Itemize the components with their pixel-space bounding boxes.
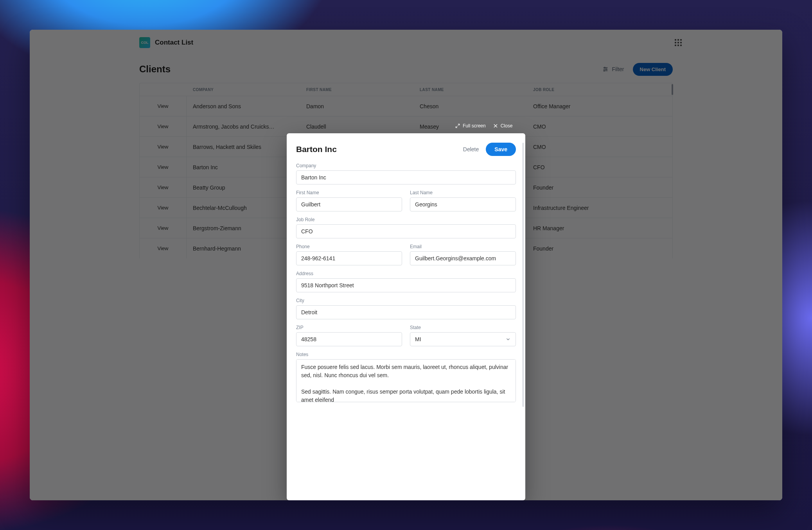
company-input[interactable] — [296, 170, 516, 184]
state-select[interactable]: MI — [410, 332, 516, 346]
address-label: Address — [296, 271, 516, 276]
fullscreen-label: Full screen — [463, 123, 486, 129]
last-name-input[interactable] — [410, 197, 516, 211]
fullscreen-button[interactable]: Full screen — [455, 123, 486, 129]
notes-textarea[interactable] — [296, 359, 516, 402]
address-input[interactable] — [296, 278, 516, 292]
state-value: MI — [415, 336, 421, 342]
notes-label: Notes — [296, 352, 516, 357]
last-name-label: Last Name — [410, 190, 516, 195]
zip-input[interactable] — [296, 332, 402, 346]
close-button[interactable]: Close — [493, 123, 513, 129]
edit-client-modal: Barton Inc Delete Save Company First Nam… — [287, 133, 525, 500]
save-button[interactable]: Save — [486, 143, 516, 156]
email-input[interactable] — [410, 251, 516, 265]
modal-title: Barton Inc — [296, 145, 337, 154]
phone-input[interactable] — [296, 251, 402, 265]
zip-label: ZIP — [296, 325, 402, 330]
modal-header: Barton Inc Delete Save — [296, 143, 516, 156]
modal-window-controls: Full screen Close — [455, 123, 512, 129]
company-label: Company — [296, 163, 516, 168]
fullscreen-icon — [455, 123, 460, 129]
first-name-label: First Name — [296, 190, 402, 195]
phone-label: Phone — [296, 244, 402, 249]
close-label: Close — [501, 123, 513, 129]
state-label: State — [410, 325, 516, 330]
city-label: City — [296, 298, 516, 303]
email-label: Email — [410, 244, 516, 249]
first-name-input[interactable] — [296, 197, 402, 211]
city-input[interactable] — [296, 305, 516, 319]
app-window: COL Contact List Clients Filter New Clie… — [30, 30, 782, 500]
modal-scrollbar[interactable] — [522, 143, 524, 407]
delete-button[interactable]: Delete — [463, 146, 479, 152]
chevron-down-icon — [505, 337, 511, 342]
close-icon — [493, 123, 498, 129]
job-role-input[interactable] — [296, 224, 516, 238]
job-role-label: Job Role — [296, 217, 516, 222]
